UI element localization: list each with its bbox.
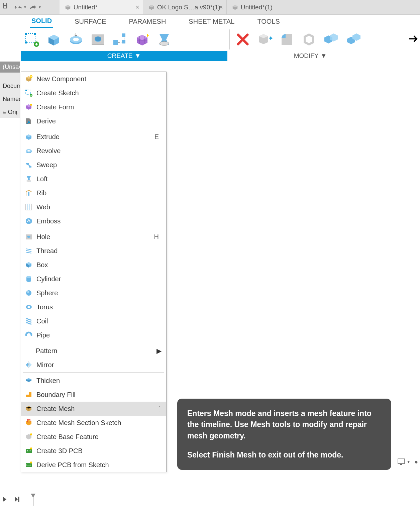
menu-item-label: Sweep bbox=[36, 161, 57, 169]
menu-item-cylinder[interactable]: Cylinder bbox=[21, 272, 166, 286]
close-icon[interactable]: × bbox=[135, 3, 139, 11]
torus-icon bbox=[24, 303, 33, 311]
tool-shell[interactable] bbox=[300, 30, 318, 48]
tool-align[interactable] bbox=[344, 30, 362, 48]
emboss-icon bbox=[24, 217, 33, 225]
ribbon-tab-solid[interactable]: SOLID bbox=[30, 15, 53, 28]
tool-pattern[interactable] bbox=[111, 30, 129, 48]
undo-button[interactable] bbox=[13, 3, 23, 12]
tool-sketch[interactable] bbox=[23, 30, 41, 48]
menu-item-sphere[interactable]: Sphere bbox=[21, 286, 166, 300]
chevron-down-icon[interactable]: ▼ bbox=[407, 460, 410, 464]
menu-item-revolve[interactable]: Revolve bbox=[21, 144, 166, 158]
menu-item-create-mesh-section-sketch[interactable]: Create Mesh Section Sketch bbox=[21, 416, 166, 430]
coil-icon bbox=[24, 317, 33, 325]
menu-item-create-mesh[interactable]: Create Mesh⋮ bbox=[21, 402, 166, 416]
revolve-icon bbox=[24, 146, 33, 155]
group-label-modify[interactable]: MODIFY ▼ bbox=[232, 51, 389, 61]
menu-item-hole[interactable]: HoleH bbox=[21, 230, 166, 244]
menu-item-thicken[interactable]: Thicken bbox=[21, 374, 166, 388]
tab-document-0[interactable]: Untitled* × bbox=[60, 0, 143, 14]
svg-rect-2 bbox=[26, 33, 35, 43]
menu-item-create-sketch[interactable]: Create Sketch bbox=[21, 86, 166, 100]
svg-point-21 bbox=[30, 104, 32, 106]
tool-extrude[interactable] bbox=[45, 30, 63, 48]
basefeat-icon bbox=[24, 432, 33, 441]
menu-item-pattern[interactable]: Pattern▶ bbox=[21, 344, 166, 358]
ribbon-tab-tools[interactable]: TOOLS bbox=[256, 16, 281, 27]
menu-item-label: Thread bbox=[36, 247, 58, 255]
svg-point-25 bbox=[26, 180, 31, 182]
svg-rect-26 bbox=[26, 204, 32, 210]
menu-item-new-component[interactable]: New Component bbox=[21, 72, 166, 86]
menu-item-sweep[interactable]: Sweep bbox=[21, 158, 166, 172]
thread-icon bbox=[24, 246, 33, 255]
timeline-marker-icon[interactable] bbox=[30, 493, 36, 506]
menu-item-box[interactable]: Box bbox=[21, 258, 166, 272]
menu-item-label: Cylinder bbox=[36, 275, 61, 283]
undo-dropdown-icon[interactable]: ▼ bbox=[23, 5, 27, 9]
tab-label: Untitled*(1) bbox=[241, 4, 273, 11]
ribbon-tab-surface[interactable]: SURFACE bbox=[73, 16, 107, 27]
tool-loft[interactable] bbox=[155, 30, 173, 48]
menu-item-label: New Component bbox=[36, 75, 86, 83]
menu-item-label: Thicken bbox=[36, 377, 60, 385]
hole-icon bbox=[24, 232, 33, 241]
menu-item-label: Web bbox=[36, 203, 50, 211]
menu-item-pipe[interactable]: Pipe bbox=[21, 328, 166, 342]
menu-item-label: Create Mesh bbox=[36, 405, 75, 413]
tool-revolve[interactable] bbox=[67, 30, 85, 48]
rib-icon bbox=[24, 189, 33, 197]
ribbon-tab-paramesh[interactable]: PARAMESH bbox=[128, 16, 168, 27]
menu-item-create-form[interactable]: Create Form bbox=[21, 100, 166, 114]
tool-delete[interactable] bbox=[234, 30, 252, 48]
tool-hole[interactable] bbox=[89, 30, 107, 48]
menu-item-derive[interactable]: Derive bbox=[21, 114, 166, 128]
menu-item-coil[interactable]: Coil bbox=[21, 314, 166, 328]
more-icon[interactable]: ⋮ bbox=[156, 405, 162, 412]
group-label-create[interactable]: CREATE ▼ bbox=[21, 51, 227, 61]
menu-item-derive-pcb-from-sketch[interactable]: Derive PCB from Sketch bbox=[21, 458, 166, 472]
menu-item-label: Derive PCB from Sketch bbox=[36, 461, 109, 469]
browser-row-origin[interactable]: Origin bbox=[0, 107, 20, 118]
dot-icon[interactable]: ● bbox=[414, 458, 418, 466]
menu-item-boundary-fill[interactable]: Boundary Fill bbox=[21, 388, 166, 402]
toolbar-divider bbox=[229, 29, 230, 49]
ribbon-tab-sheetmetal[interactable]: SHEET METAL bbox=[187, 16, 236, 27]
toolbar-overflow[interactable] bbox=[407, 29, 420, 49]
web-icon bbox=[24, 203, 33, 211]
browser-header[interactable]: (Unsaved) bbox=[0, 62, 20, 73]
menu-item-web[interactable]: Web bbox=[21, 200, 166, 214]
menu-item-torus[interactable]: Torus bbox=[21, 300, 166, 314]
menu-item-create-base-feature[interactable]: Create Base Feature bbox=[21, 430, 166, 444]
svg-rect-1 bbox=[4, 6, 6, 8]
tab-document-1[interactable]: OK Logo S…a v90*(1) × bbox=[143, 0, 227, 14]
play-next-icon[interactable] bbox=[13, 496, 21, 503]
menu-item-emboss[interactable]: Emboss bbox=[21, 214, 166, 228]
tab-document-2[interactable]: Untitled*(1) bbox=[227, 0, 300, 14]
menu-item-mirror[interactable]: Mirror bbox=[21, 358, 166, 372]
tool-combine[interactable] bbox=[322, 30, 340, 48]
svg-rect-48 bbox=[398, 459, 405, 464]
redo-button[interactable] bbox=[28, 3, 37, 12]
menu-item-rib[interactable]: Rib bbox=[21, 186, 166, 200]
menu-separator bbox=[23, 129, 164, 129]
close-icon[interactable]: × bbox=[219, 3, 223, 11]
meshsec-icon bbox=[24, 418, 33, 427]
tool-fillet[interactable] bbox=[278, 30, 296, 48]
monitor-icon[interactable] bbox=[397, 458, 405, 466]
save-icon[interactable] bbox=[1, 2, 9, 9]
menu-item-thread[interactable]: Thread bbox=[21, 244, 166, 258]
menu-item-loft[interactable]: Loft bbox=[21, 172, 166, 186]
tool-form[interactable] bbox=[133, 30, 151, 48]
menu-item-create-3d-pcb[interactable]: Create 3D PCB bbox=[21, 444, 166, 458]
browser-row-document[interactable]: Document bbox=[0, 81, 20, 92]
menu-item-label: Create Base Feature bbox=[36, 433, 99, 441]
redo-dropdown-icon[interactable]: ▼ bbox=[38, 5, 41, 9]
play-start-icon[interactable] bbox=[1, 496, 9, 503]
menu-item-label: Torus bbox=[36, 303, 53, 311]
browser-row-named[interactable]: Named bbox=[0, 94, 20, 105]
menu-item-label: Create Sketch bbox=[36, 89, 79, 97]
tool-presspull[interactable] bbox=[256, 30, 274, 48]
menu-item-extrude[interactable]: ExtrudeE bbox=[21, 130, 166, 144]
